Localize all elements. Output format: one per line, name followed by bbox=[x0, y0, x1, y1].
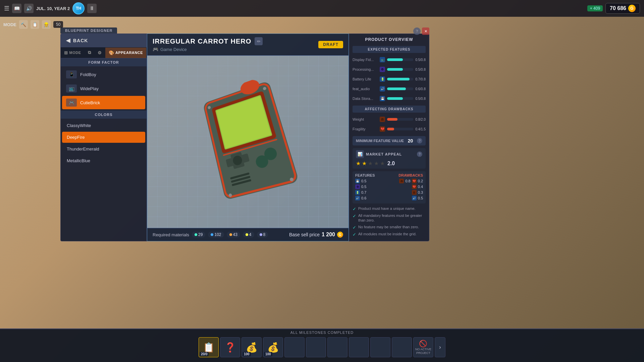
min-feature-help-icon[interactable]: ? bbox=[417, 138, 422, 143]
help-button[interactable]: ? bbox=[413, 27, 421, 35]
star-3: ★ bbox=[368, 160, 373, 167]
gameboy-model bbox=[193, 71, 314, 214]
color-metallicblue[interactable]: MetallicBlue bbox=[62, 155, 145, 166]
draw-cell-val-3: 0.3 bbox=[418, 190, 423, 194]
slot-item-7[interactable] bbox=[349, 337, 369, 357]
slot-badge-0: 20/0 bbox=[200, 352, 209, 356]
slot-item-0[interactable]: 📋 20/0 bbox=[199, 337, 219, 357]
slot-item-4[interactable] bbox=[284, 337, 305, 357]
sell-price: Base sell price 1 200 G bbox=[289, 232, 343, 238]
sound-icon[interactable]: 🔊 bbox=[24, 4, 34, 13]
material-badge-0: 29 bbox=[192, 232, 205, 238]
feat-mini-icon-2: ⚙ bbox=[355, 184, 360, 189]
slot-item-9[interactable] bbox=[392, 337, 412, 357]
avatar[interactable]: TH bbox=[72, 2, 85, 14]
no-active-project-slot[interactable]: 🚫 NO ACTIVEPROJECT bbox=[413, 337, 433, 357]
feature-bar-display bbox=[387, 58, 403, 61]
material-badge-1: 102 bbox=[208, 232, 224, 238]
star-5: ★ bbox=[380, 160, 385, 167]
market-appeal-box: 📊 MARKET APPEAL ? ★ ★ ★ ★ ★ 2.0 bbox=[353, 148, 426, 169]
feat-mini-icon-1: 💾 bbox=[355, 179, 360, 183]
close-button[interactable]: ✕ bbox=[422, 27, 429, 35]
feat-cell-val-1: 0.5 bbox=[361, 179, 366, 183]
slot-item-1[interactable]: ❓ bbox=[220, 337, 240, 357]
check-item-2: ✓ No feature may be smaller than zero. bbox=[353, 225, 426, 230]
form-item-cutiebrick[interactable]: 🎮 CutieBrick bbox=[62, 96, 145, 109]
back-arrow-icon: ◀ bbox=[66, 37, 70, 44]
slot-item-5[interactable] bbox=[306, 337, 326, 357]
foldboy-icon: 📱 bbox=[66, 70, 77, 78]
color-thunderemerald[interactable]: ThunderEmerald bbox=[62, 143, 145, 155]
material-dot-4 bbox=[260, 233, 262, 236]
cutiebrick-icon: 🎮 bbox=[66, 99, 77, 107]
feature-bar-container-audio bbox=[387, 87, 413, 90]
slot-item-6[interactable] bbox=[327, 337, 347, 357]
draft-badge: DRAFT bbox=[318, 41, 343, 48]
sell-price-label: Base sell price bbox=[289, 232, 320, 237]
feat-draw-row-4: 🔊 0.6 🔊 0.5 bbox=[355, 196, 423, 200]
expected-features-label: EXPECTED FEATURES bbox=[353, 46, 426, 53]
edit-title-button[interactable]: ✏ bbox=[255, 37, 263, 45]
top-bar: ☰ 📖 🔊 JUL. 10, YEAR 2 TH ⏸ + 409 70 686 … bbox=[0, 0, 644, 17]
worker-icon[interactable]: 👷 bbox=[42, 20, 51, 29]
feature-label-battery: Battery Life bbox=[353, 77, 378, 81]
overview-title: PRODUCT OVERVIEW bbox=[353, 37, 426, 42]
feat-draw-row-1: 💾 0.5 ⚖ 0.8 💔 0.2 bbox=[355, 179, 423, 183]
check-mark-0: ✓ bbox=[353, 206, 356, 212]
product-type-row: 🎮 Game Device bbox=[153, 47, 263, 52]
currency-display: 70 686 G bbox=[605, 3, 640, 14]
form-item-foldboy[interactable]: 📱 FoldBoy bbox=[62, 68, 145, 81]
top-bar-left: ☰ 📖 🔊 JUL. 10, YEAR 2 TH ⏸ bbox=[4, 2, 584, 14]
material-dot-2 bbox=[229, 233, 232, 236]
finish-design-button[interactable]: FINISH DESIGN bbox=[353, 241, 426, 241]
feature-bar-processing bbox=[387, 68, 403, 71]
tab-settings[interactable]: ⚙ bbox=[94, 48, 105, 58]
audio-feature-icon: 🔊 bbox=[380, 86, 385, 92]
mode-bar: MODE 🔨 📋 👷 50 bbox=[0, 18, 66, 31]
no-active-label: NO ACTIVEPROJECT bbox=[415, 348, 431, 355]
slot-item-2[interactable]: 💰 100 bbox=[241, 337, 262, 357]
tab-layers[interactable]: ⧉ bbox=[85, 47, 95, 58]
market-label-text: MARKET APPEAL bbox=[366, 152, 402, 156]
hammer-icon[interactable]: 🔨 bbox=[19, 20, 28, 29]
drawback-bar-container-weight bbox=[387, 118, 413, 121]
colors-header: COLORS bbox=[61, 111, 147, 119]
feature-row-display: Display Fid... 📺 0.5/0.8 bbox=[353, 57, 426, 62]
material-badge-4: 8 bbox=[257, 232, 268, 238]
form-factor-list: 📱 FoldBoy 📺 WidePlay 🎮 CutieBrick bbox=[61, 66, 147, 111]
feat-draw-row-2: ⚙ 0.5 💔 0.4 bbox=[355, 184, 423, 189]
book-icon[interactable]: 📖 bbox=[12, 4, 21, 13]
preview-area: IRREGULAR CARROT HERO ✏ 🎮 Game Device DR… bbox=[147, 34, 349, 241]
drawback-row-weight: Weight ⚖ 0.8/2.0 bbox=[353, 117, 426, 122]
back-button[interactable]: ◀ BACK bbox=[61, 34, 147, 47]
draw-cell-val-2: 0.4 bbox=[418, 185, 423, 189]
bottom-nav-right[interactable]: › bbox=[435, 337, 445, 357]
form-item-wideplay[interactable]: 📺 WidePlay bbox=[62, 82, 145, 95]
tab-appearance[interactable]: 🎨 APPEARANCE bbox=[105, 48, 147, 58]
color-deepfire[interactable]: DeepFire bbox=[62, 132, 145, 143]
form-factor-header: FORM FACTOR bbox=[61, 58, 147, 66]
menu-icon[interactable]: ☰ bbox=[4, 5, 9, 12]
color-classywhite[interactable]: ClassyWhite bbox=[62, 120, 145, 131]
currency-value: 70 686 bbox=[610, 5, 626, 11]
check-text-2: No feature may be smaller than zero. bbox=[358, 225, 419, 229]
feat-val-cell-2: ⚙ 0.5 bbox=[355, 184, 366, 189]
slot-item-3[interactable]: 💰 100 bbox=[263, 337, 283, 357]
materials-row: Required materials 29 102 43 4 bbox=[153, 232, 268, 238]
slot-icon-3: 💰 bbox=[267, 342, 279, 353]
mode-tab-icon: ⊞ bbox=[64, 50, 68, 55]
slot-item-8[interactable] bbox=[370, 337, 390, 357]
bottom-slots: 📋 20/0 ❓ 💰 100 💰 100 🚫 NO ACTIVEPROJECT … bbox=[0, 336, 644, 359]
tab-mode[interactable]: ⊞ MODE bbox=[61, 48, 85, 58]
slot-icon-0: 📋 bbox=[203, 342, 215, 353]
feature-value-processing: 0.5/0.8 bbox=[415, 68, 426, 71]
feature-row-processing: Processing... ⚙ 0.5/0.8 bbox=[353, 67, 426, 72]
drawback-label-fragility: Fragility bbox=[353, 127, 378, 131]
blueprint-icon[interactable]: 📋 bbox=[31, 20, 39, 29]
market-appeal-help-icon[interactable]: ? bbox=[417, 152, 422, 157]
market-appeal-header: 📊 MARKET APPEAL ? bbox=[356, 150, 422, 158]
feature-bar-container-display bbox=[387, 58, 413, 61]
pause-button[interactable]: ⏸ bbox=[87, 4, 97, 13]
material-badge-2: 43 bbox=[227, 232, 240, 238]
feature-label-processing: Processing... bbox=[353, 67, 378, 71]
